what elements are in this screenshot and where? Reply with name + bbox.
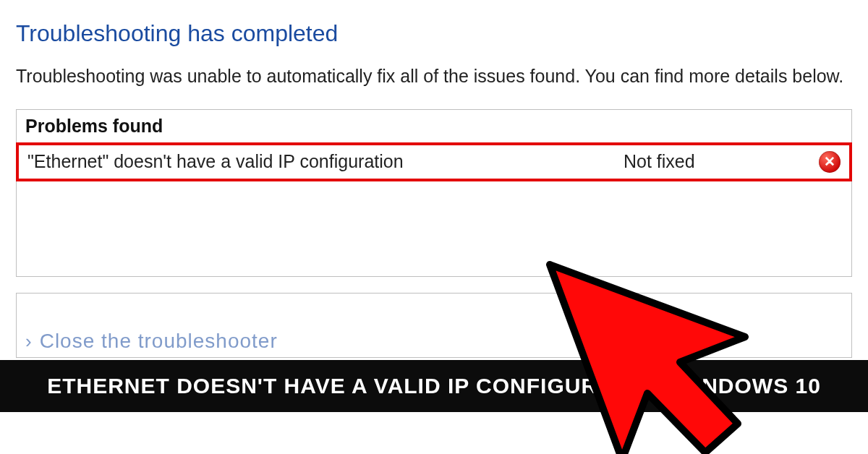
- close-label: Close the troubleshooter: [40, 330, 278, 352]
- red-arrow-cursor-icon: [528, 243, 832, 454]
- page-subtitle: Troubleshooting was unable to automatica…: [0, 60, 868, 109]
- error-icon: ✕: [819, 151, 841, 173]
- close-troubleshooter-link[interactable]: ›Close the troubleshooter: [25, 330, 278, 353]
- page-title: Troubleshooting has completed: [0, 0, 868, 60]
- chevron-right-icon: ›: [25, 330, 33, 352]
- problem-description: "Ethernet" doesn't have a valid IP confi…: [27, 151, 624, 172]
- svg-marker-0: [550, 265, 745, 454]
- highlight-frame: "Ethernet" doesn't have a valid IP confi…: [16, 142, 852, 181]
- problems-header: Problems found: [17, 110, 851, 143]
- problem-row[interactable]: "Ethernet" doesn't have a valid IP confi…: [19, 145, 849, 179]
- problem-status: Not fixed: [624, 151, 819, 172]
